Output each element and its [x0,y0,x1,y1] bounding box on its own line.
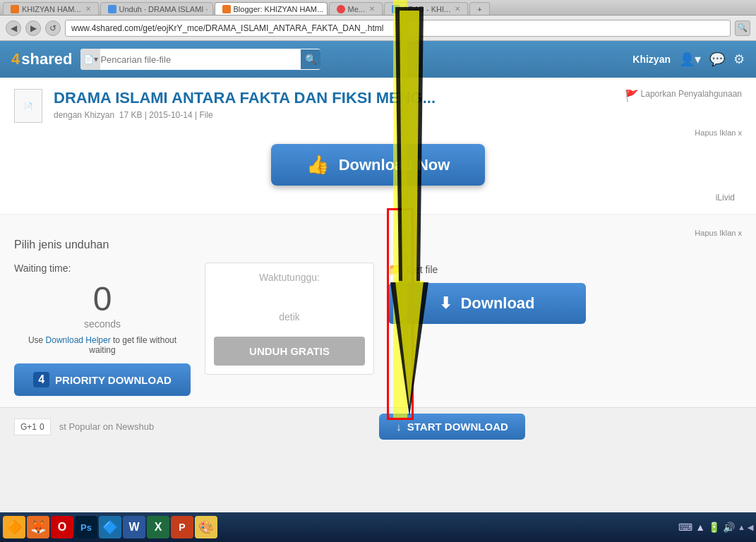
taskbar: 🔶 🦊 O Ps 🔷 W X P 🎨 ⌨ ▲ 🔋 🔊 ▲ ◀ [0,512,756,542]
word-icon[interactable]: W [123,516,145,538]
detik-label: detik [214,311,365,323]
get-file-text: Get file [407,264,438,275]
search-button[interactable]: 🔍 [301,49,320,69]
download-big-button[interactable]: ⬇ Download [388,283,586,324]
battery-icon[interactable]: 🔋 [708,522,720,533]
tab-favicon-1 [11,5,19,13]
file-info-row: 📄 DRAMA ISLAMI ANTARA FAKTA DAN FIKSI ME… [14,89,742,123]
file-meta-date: 2015-10-14 [149,110,192,120]
tab-3[interactable]: Blogger: KHIZYAN HAM... ✕ [215,2,328,15]
settings-icon[interactable]: ⚙ [733,52,745,67]
logo-4: 4 [11,50,20,68]
arrow-up-icon[interactable]: ▲ [695,522,705,533]
tab-1[interactable]: KHIZYAN HAM... ✕ [3,2,99,15]
site-header: 4shared 📄▾ 🔍 Khizyan 👤▾ 💬 ⚙ [0,41,756,78]
browser-tabs: KHIZYAN HAM... ✕ Unduh · DRAMA ISLAMI · … [0,0,756,16]
tab-label-4: Me... [348,5,365,13]
refresh-button[interactable]: ↺ [45,20,61,36]
file-meta: dengan Khizyan 17 KB | 2015-10-14 | File [54,110,436,120]
file-icon-taskbar[interactable]: 🔷 [99,516,121,538]
tab-new-label: + [477,5,481,13]
paint-icon[interactable]: 🎨 [195,516,217,538]
report-section: 🚩 Laporkan Penyalahgunaan [625,89,742,102]
user-icon[interactable]: 👤▾ [679,52,701,67]
opera-icon[interactable]: O [51,516,73,538]
site-logo[interactable]: 4shared [11,50,72,68]
start-download-button[interactable]: ↓ START DOWNLOAD [379,414,525,440]
download-now-label: Download Now [339,156,450,174]
tab-favicon-3 [222,5,231,13]
volume-icon[interactable]: 🔊 [723,522,735,533]
download-now-button[interactable]: 👍 Download Now [271,144,486,186]
tab-favicon-4 [337,5,345,13]
seconds-label: seconds [14,318,191,330]
g1-label: G+1 [20,422,37,432]
get-file-label: 📁 Get file [388,263,586,276]
tab-label-5: ARAB - KHI... [403,5,450,13]
popular-text: st Popular on Newshub [59,421,154,432]
excel-icon[interactable]: X [147,516,169,538]
ppt-icon[interactable]: P [171,516,193,538]
firefox-icon[interactable]: 🦊 [27,516,49,538]
tab-close-1[interactable]: ✕ [85,5,91,13]
pilih-title: Pilih jenis unduhan [14,239,742,251]
file-meta-type: File [199,110,212,120]
ad-close-2[interactable]: Hapus Iklan x [14,229,742,237]
g1-box: G+1 0 [14,418,51,435]
search-container: 📄▾ 🔍 [80,49,320,70]
file-icon: 📄 [14,89,42,123]
keyboard-icon[interactable]: ⌨ [678,522,692,533]
search-input[interactable] [100,54,301,65]
tab-label-3: Blogger: KHIZYAN HAM... [234,5,324,13]
tab-close-4[interactable]: ✕ [369,5,375,13]
option-middle: Waktutunggu: detik UNDUH GRATIS [205,263,374,375]
waktu-label: Waktutunggu: [214,272,365,283]
address-input[interactable] [65,20,731,37]
file-icon-symbol: 📄 [24,102,32,110]
address-bar: ◀ ▶ ↺ 🔍 [0,16,756,41]
download-arrow-icon: ⬇ [439,294,452,313]
back-button[interactable]: ◀ [6,20,21,36]
report-link[interactable]: Laporkan Penyalahgunaan [641,89,742,99]
get-file-icon: 📁 [388,263,402,276]
g1-count: 0 [40,422,44,432]
tab-close-2[interactable]: ✕ [212,5,212,13]
start-label: START DOWNLOAD [407,421,508,433]
thumbs-up-icon: 👍 [306,154,329,176]
username-label: Khizyan [632,54,671,65]
forward-button[interactable]: ▶ [25,20,41,36]
tab-5[interactable]: ARAB - KHI... ✕ [384,2,468,15]
priority-download-button[interactable]: 4 PRIORITY DOWNLOAD [14,363,191,396]
download-big-label: Download [460,294,534,313]
helper-link[interactable]: Download Helper [46,335,111,345]
ilivid-text: iLivid [14,193,735,203]
option-right: 📁 Get file ⬇ Download [388,263,586,324]
priority-number: 4 [33,372,49,387]
file-details: DRAMA ISLAMI ANTARA FAKTA DAN FIKSI MENG… [54,89,436,120]
waiting-number: 0 [14,279,191,318]
photoshop-icon[interactable]: Ps [75,516,97,538]
option-free: Waiting time: 0 seconds Use Download Hel… [14,263,191,396]
tab-4[interactable]: Me... ✕ [329,2,383,15]
ad-close-1[interactable]: Hapus Iklan x [14,128,742,137]
unduh-gratis-button[interactable]: UNDUH GRATIS [214,337,365,366]
start-icon: ↓ [396,421,402,433]
helper-text: Use Download Helper to get file without … [14,335,191,355]
tab-favicon-5 [392,5,400,13]
tab-2[interactable]: Unduh · DRAMA ISLAMI · ✕ [100,2,213,15]
tab-label-1: KHIZYAN HAM... [22,5,81,13]
tab-close-5[interactable]: ✕ [455,5,460,13]
vlc-icon[interactable]: 🔶 [3,516,25,538]
waiting-time-label: Waiting time: [14,263,191,274]
tab-new[interactable]: + [469,2,489,15]
header-right: Khizyan 👤▾ 💬 ⚙ [632,52,745,67]
report-icon: 🚩 [625,89,639,102]
address-search-icon[interactable]: 🔍 [735,20,750,36]
chat-icon[interactable]: 💬 [709,52,725,67]
download-section: Hapus Iklan x Pilih jenis unduhan Waitin… [0,214,756,407]
download-options: Waiting time: 0 seconds Use Download Hel… [14,263,742,396]
file-dropdown[interactable]: 📄▾ [80,49,100,70]
priority-label: PRIORITY DOWNLOAD [55,374,172,386]
logo-shared: shared [21,50,72,68]
tab-favicon-2 [108,5,116,13]
